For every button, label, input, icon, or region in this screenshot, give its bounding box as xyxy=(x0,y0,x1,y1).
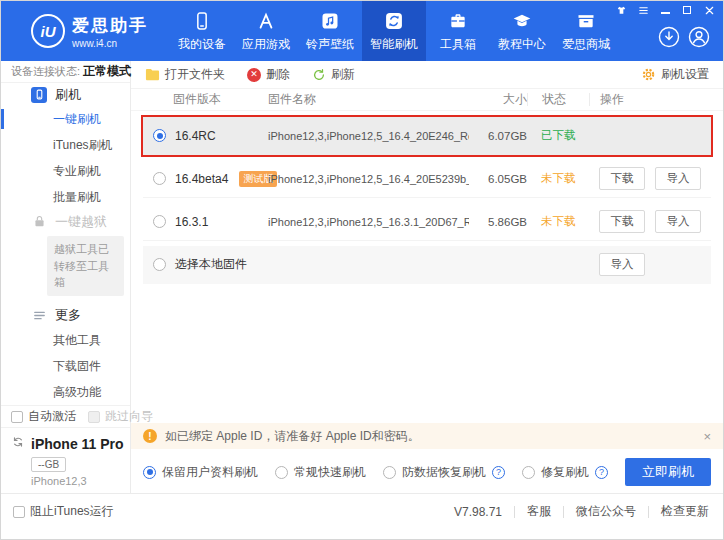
option-anti-data-recovery-flash[interactable]: 防数据恢复刷机 ? xyxy=(383,464,505,481)
radio-icon[interactable] xyxy=(522,466,535,479)
download-circle-icon[interactable] xyxy=(657,25,681,49)
option-label: 修复刷机 xyxy=(541,464,589,481)
column-name: 固件名称 xyxy=(268,91,469,108)
help-icon[interactable]: ? xyxy=(595,466,608,479)
sidebar-group-label: 一键越狱 xyxy=(55,213,107,231)
sidebar-item-pro-flash[interactable]: 专业刷机 xyxy=(1,158,130,184)
import-button[interactable]: 导入 xyxy=(599,253,645,276)
sidebar-group-jailbreak[interactable]: 一键越狱 xyxy=(1,210,130,233)
firmware-row-16-4beta4[interactable]: 16.4beta4 测试版 iPhone12,3,iPhone12,5_16.4… xyxy=(143,160,711,198)
notice-close-icon[interactable]: × xyxy=(703,429,711,444)
flash-settings-label: 刷机设置 xyxy=(661,66,709,83)
check-update-link[interactable]: 检查更新 xyxy=(661,503,709,520)
firmware-row-16-4rc[interactable]: 16.4RC iPhone12,3,iPhone12,5_16.4_20E246… xyxy=(143,117,711,155)
import-button[interactable]: 导入 xyxy=(655,210,701,233)
nav-item-tutorial-center[interactable]: 教程中心 xyxy=(490,1,554,61)
sidebar-group-more[interactable]: 更多 xyxy=(1,304,130,327)
option-label: 保留用户资料刷机 xyxy=(162,464,258,481)
download-button[interactable]: 下载 xyxy=(599,167,645,190)
app-subtitle: www.i4.cn xyxy=(72,38,148,49)
nav-item-toolbox[interactable]: 工具箱 xyxy=(426,1,490,61)
radio-icon[interactable] xyxy=(153,172,166,185)
app-title: 爱思助手 xyxy=(72,14,148,37)
notice-text: 如已绑定 Apple ID，请准备好 Apple ID和密码。 xyxy=(165,428,420,445)
auto-activate-checkbox[interactable]: 自动激活 xyxy=(11,408,76,425)
nav-label: 铃声壁纸 xyxy=(306,36,354,53)
nav-item-ringtones-wallpapers[interactable]: 铃声壁纸 xyxy=(298,1,362,61)
menu-list-icon[interactable] xyxy=(637,4,649,16)
nav-label: 工具箱 xyxy=(440,36,476,53)
folder-icon xyxy=(145,68,160,81)
firmware-status: 已下载 xyxy=(527,128,589,143)
sidebar-item-advanced-features[interactable]: 高级功能 xyxy=(1,379,130,405)
help-icon[interactable]: ? xyxy=(492,466,505,479)
list-icon xyxy=(31,307,47,323)
lock-icon xyxy=(31,214,47,230)
option-normal-quick-flash[interactable]: 常规快速刷机 xyxy=(275,464,366,481)
sidebar-group-label: 刷机 xyxy=(55,86,81,104)
sync-icon xyxy=(11,435,25,452)
nav-item-smart-flash[interactable]: 智能刷机 xyxy=(362,1,426,61)
nav-item-i4-store[interactable]: 爱思商城 xyxy=(554,1,618,61)
radio-icon[interactable] xyxy=(153,258,166,271)
logo-icon: iU xyxy=(31,14,65,48)
open-folder-label: 打开文件夹 xyxy=(165,66,225,83)
nav-item-apps-games[interactable]: 应用游戏 xyxy=(234,1,298,61)
refresh-button[interactable]: 刷新 xyxy=(312,66,355,83)
local-firmware-label: 选择本地固件 xyxy=(175,256,247,273)
radio-icon[interactable] xyxy=(383,466,396,479)
delete-label: 删除 xyxy=(266,66,290,83)
divider xyxy=(514,506,515,518)
sidebar-item-one-click-flash[interactable]: 一键刷机 xyxy=(1,106,130,132)
radio-selected-icon[interactable] xyxy=(143,466,156,479)
nav-item-my-devices[interactable]: 我的设备 xyxy=(170,1,234,61)
download-button[interactable]: 下载 xyxy=(599,210,645,233)
firmware-version: 16.3.1 xyxy=(175,215,208,229)
sidebar-item-other-tools[interactable]: 其他工具 xyxy=(1,327,130,353)
firmware-status: 未下载 xyxy=(527,171,589,186)
skin-icon[interactable] xyxy=(615,4,627,16)
sidebar-item-batch-flash[interactable]: 批量刷机 xyxy=(1,184,130,210)
minimize-button[interactable] xyxy=(659,4,671,16)
device-panel: iPhone 11 Pro --GB iPhone12,3 xyxy=(1,427,130,495)
customer-service-link[interactable]: 客服 xyxy=(527,503,551,520)
apple-id-notice: ! 如已绑定 Apple ID，请准备好 Apple ID和密码。 × xyxy=(131,423,723,449)
checkbox-icon xyxy=(11,411,23,423)
firmware-version: 16.4beta4 xyxy=(175,172,228,186)
flash-settings-button[interactable]: 刷机设置 xyxy=(641,66,709,83)
option-repair-flash[interactable]: 修复刷机 ? xyxy=(522,464,608,481)
device-model: iPhone12,3 xyxy=(31,475,122,487)
close-button[interactable] xyxy=(703,4,715,16)
nav-label: 应用游戏 xyxy=(242,36,290,53)
open-folder-button[interactable]: 打开文件夹 xyxy=(145,66,225,83)
refresh-label: 刷新 xyxy=(331,66,355,83)
music-note-icon xyxy=(320,9,340,31)
sidebar-group-flash[interactable]: 刷机 xyxy=(1,83,130,106)
firmware-row-16-3-1[interactable]: 16.3.1 iPhone12,3,iPhone12,5_16.3.1_20D6… xyxy=(143,203,711,241)
sidebar-item-itunes-flash[interactable]: iTunes刷机 xyxy=(1,132,130,158)
maximize-button[interactable] xyxy=(681,4,693,16)
flash-now-button[interactable]: 立即刷机 xyxy=(625,458,711,486)
firmware-row-local[interactable]: 选择本地固件 导入 xyxy=(143,246,711,284)
firmware-name: iPhone12,3,iPhone12,5_16.3.1_20D67_Resto… xyxy=(268,216,469,228)
toolbox-icon xyxy=(448,9,468,31)
option-keep-user-data[interactable]: 保留用户资料刷机 xyxy=(143,464,258,481)
import-button[interactable]: 导入 xyxy=(655,167,701,190)
main-content: 打开文件夹 ✕ 删除 刷新 刷机设置 固件版本 固件名称 大小 xyxy=(131,61,723,495)
radio-icon[interactable] xyxy=(153,215,166,228)
jailbreak-note: 越狱工具已转移至工具箱 xyxy=(47,236,124,296)
app-window: iU 爱思助手 www.i4.cn 我的设备 应用游戏 xyxy=(0,0,724,540)
delete-button[interactable]: ✕ 删除 xyxy=(247,66,290,83)
warning-icon: ! xyxy=(143,429,157,443)
user-circle-icon[interactable] xyxy=(687,25,711,49)
firmware-name: iPhone12,3,iPhone12,5_16.4_20E5239b_Rest… xyxy=(268,173,469,185)
block-itunes-checkbox[interactable]: 阻止iTunes运行 xyxy=(13,503,114,520)
firmware-size: 6.05GB xyxy=(469,173,527,185)
radio-selected-icon[interactable] xyxy=(153,129,166,142)
wechat-official-account-link[interactable]: 微信公众号 xyxy=(576,503,636,520)
sidebar-item-download-firmware[interactable]: 下载固件 xyxy=(1,353,130,379)
nav-label: 爱思商城 xyxy=(562,36,610,53)
phone-icon xyxy=(192,9,212,31)
column-size: 大小 xyxy=(469,91,527,108)
radio-icon[interactable] xyxy=(275,466,288,479)
